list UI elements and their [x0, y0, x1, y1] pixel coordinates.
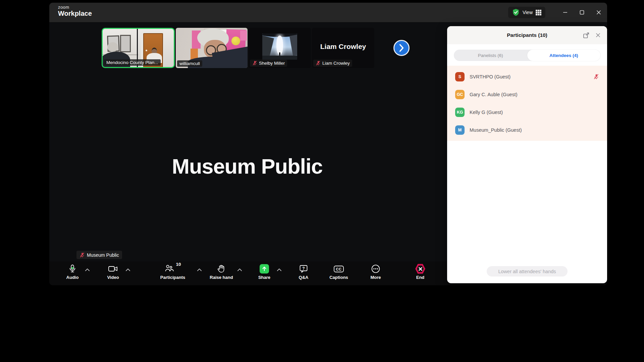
more-icon: [371, 264, 380, 274]
profile-photo: [262, 34, 297, 60]
muted-mic-icon: [593, 73, 599, 80]
video-tile-mendocino[interactable]: Mendocino County Plan...: [102, 28, 175, 68]
panel-tabs: Panelists (6) Attendees (4): [454, 50, 600, 61]
raise-hand-label: Raise hand: [210, 275, 233, 280]
more-button[interactable]: More: [360, 264, 392, 280]
titlebar: zoom Workplace View: [49, 3, 607, 22]
share-label: Share: [258, 275, 270, 280]
avatar: S: [455, 72, 465, 81]
captions-icon: CC: [333, 264, 344, 274]
participants-button[interactable]: 10 Participants: [153, 264, 193, 280]
person-silhouette: [107, 42, 118, 52]
attendee-row[interactable]: GC Gary C. Auble (Guest): [447, 85, 607, 103]
brand-zoom: zoom: [58, 5, 92, 10]
raise-hand-button[interactable]: Raise hand: [205, 264, 237, 280]
filmstrip: Mendocino County Plan...: [102, 28, 374, 68]
attendee-row[interactable]: S SVRTHPO (Guest): [447, 68, 607, 85]
muted-mic-icon: [79, 252, 85, 258]
audio-button[interactable]: Audio: [56, 264, 89, 280]
attendee-name: Museum_Public (Guest): [470, 127, 522, 133]
more-label: More: [370, 275, 381, 280]
zoom-workplace-logo: zoom Workplace: [58, 5, 92, 17]
screen: zoom Workplace View: [0, 0, 644, 362]
participants-panel: Participants (10) Panelists (6) Attendee…: [447, 26, 607, 283]
panel-title: Participants (10): [507, 32, 547, 38]
attendee-row[interactable]: KG Kelly G (Guest): [447, 103, 607, 121]
audio-label: Audio: [66, 275, 79, 280]
lower-all-hands-button[interactable]: Lower all attendees' hands: [487, 266, 567, 277]
attendee-list: S SVRTHPO (Guest) GC Gary C. Auble (Gues…: [447, 66, 607, 141]
stage-display-name: Museum Public: [162, 154, 333, 178]
share-button[interactable]: Share: [248, 264, 280, 280]
gallery-grid-icon: [536, 10, 541, 15]
video-tile-liam[interactable]: Liam Crowley Liam Crowley: [312, 28, 374, 68]
panel-close-icon[interactable]: [592, 26, 604, 44]
video-tile-williamcull[interactable]: williamcull: [176, 28, 248, 68]
view-label: View: [523, 10, 533, 15]
qa-button[interactable]: ? Q&A: [287, 264, 320, 280]
captions-button[interactable]: CC Captions: [323, 264, 355, 280]
video-label: Video: [107, 275, 119, 280]
avatar: GC: [455, 90, 465, 99]
share-options-caret[interactable]: [276, 268, 282, 272]
end-label: End: [416, 275, 425, 280]
tile-name-label: Liam Crowley: [313, 60, 352, 67]
minimize-button[interactable]: [557, 3, 574, 22]
muted-mic-icon: [316, 60, 321, 66]
captions-label: Captions: [329, 275, 348, 280]
attendee-row[interactable]: M Museum_Public (Guest): [447, 121, 607, 139]
tile-name-label: williamcull: [177, 60, 202, 67]
share-screen-icon: [260, 264, 269, 274]
maximize-button[interactable]: [574, 3, 590, 22]
tile-display-name: Liam Crowley: [320, 43, 366, 51]
zoom-window: zoom Workplace View: [49, 3, 607, 285]
raise-hand-options-caret[interactable]: [236, 268, 243, 272]
microphone-icon: [68, 264, 77, 274]
wall-frame: [120, 35, 131, 52]
qa-icon: ?: [299, 264, 308, 274]
video-tile-shelby[interactable]: Shelby Miller: [249, 28, 311, 68]
tile-name-label: Shelby Miller: [250, 60, 287, 67]
avatar: KG: [455, 108, 465, 117]
filmstrip-next-button[interactable]: [393, 40, 410, 56]
brand-workplace: Workplace: [58, 10, 92, 17]
qa-label: Q&A: [299, 275, 309, 280]
video-options-caret[interactable]: [125, 268, 131, 272]
attendee-name: Kelly G (Guest): [470, 110, 503, 115]
attendee-name: Gary C. Auble (Guest): [470, 92, 518, 97]
video-button[interactable]: Video: [97, 264, 129, 280]
tab-attendees[interactable]: Attendees (4): [527, 50, 601, 61]
participants-label: Participants: [160, 275, 185, 280]
tile-name-label: Mendocino County Plan...: [104, 59, 161, 66]
popout-icon[interactable]: [580, 26, 592, 44]
close-window-button[interactable]: [590, 3, 607, 22]
svg-text:?: ?: [302, 266, 305, 270]
tab-panelists[interactable]: Panelists (6): [454, 50, 527, 61]
active-speaker-label: Museum Public: [76, 251, 122, 259]
participants-options-caret[interactable]: [196, 268, 202, 272]
panel-header: Participants (10): [447, 26, 607, 44]
muted-mic-icon: [252, 60, 257, 66]
audio-options-caret[interactable]: [84, 268, 90, 272]
end-meeting-icon: [415, 264, 426, 274]
avatar: M: [455, 125, 465, 135]
svg-text:CC: CC: [336, 267, 342, 271]
view-button[interactable]: View: [508, 7, 545, 18]
raise-hand-icon: [217, 264, 226, 274]
security-shield-icon: [512, 8, 520, 16]
attendee-name: SVRTHPO (Guest): [470, 74, 511, 79]
participants-count: 10: [176, 262, 181, 267]
end-button[interactable]: End: [404, 264, 436, 280]
camera-icon: [108, 264, 118, 274]
participants-icon: [164, 264, 174, 273]
